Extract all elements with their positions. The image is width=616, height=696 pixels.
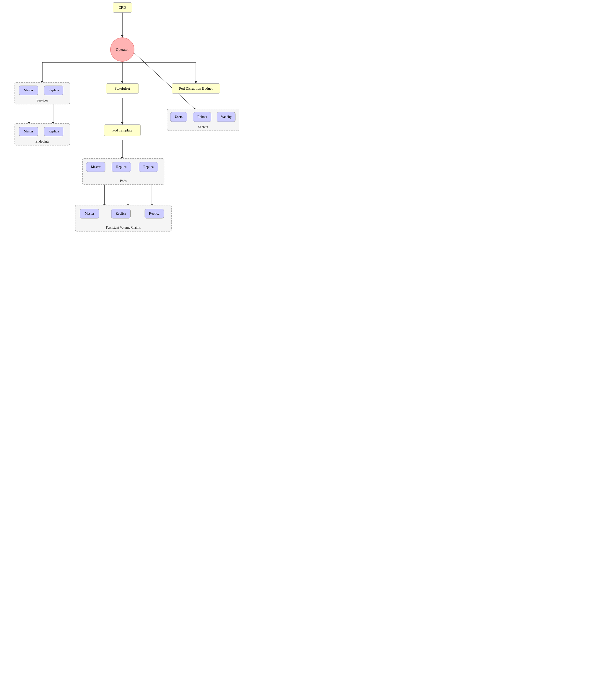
services-replica-node: Replica — [44, 85, 63, 95]
statefulset-label: Statefulset — [114, 86, 130, 91]
pods-master-label: Master — [91, 165, 101, 169]
endpoints-master-node: Master — [19, 127, 38, 136]
pods-master-node: Master — [86, 162, 105, 172]
endpoints-group-label: Endpoints — [15, 140, 70, 144]
secrets-robots-label: Robots — [197, 115, 207, 119]
pvc-replica2-label: Replica — [149, 212, 159, 216]
services-group-label: Services — [15, 99, 70, 102]
services-group: Master Replica Services — [15, 82, 70, 105]
statefulset-node: Statefulset — [106, 83, 139, 94]
secrets-standby-label: Standby — [220, 115, 232, 119]
pod-template-label: Pod Template — [112, 128, 132, 132]
endpoints-master-label: Master — [24, 129, 33, 133]
services-master-node: Master — [19, 85, 38, 95]
pods-replica2-label: Replica — [143, 165, 154, 169]
pvc-group: Master Replica Replica Persistent Volume… — [75, 205, 172, 232]
pods-group: Master Replica Replica Pods — [82, 158, 165, 185]
pods-group-label: Pods — [83, 179, 164, 183]
secrets-group-label: Secrets — [167, 125, 239, 129]
pod-disruption-budget-node: Pod Disruption Budget — [172, 83, 220, 94]
pvc-replica1-label: Replica — [116, 212, 126, 216]
pod-disruption-budget-label: Pod Disruption Budget — [179, 86, 213, 91]
secrets-standby-node: Standby — [217, 112, 235, 122]
pods-replica2-node: Replica — [139, 162, 158, 172]
secrets-users-label: Users — [175, 115, 183, 119]
operator-label: Operator — [116, 48, 128, 52]
operator-node: Operator — [110, 37, 135, 62]
pods-replica1-node: Replica — [112, 162, 131, 172]
pvc-group-label: Persistent Volume Claims — [75, 226, 171, 230]
pvc-replica1-node: Replica — [111, 209, 130, 219]
pod-template-node: Pod Template — [104, 125, 141, 136]
pvc-replica2-node: Replica — [144, 209, 164, 219]
secrets-robots-node: Robots — [193, 112, 211, 122]
secrets-users-node: Users — [170, 112, 187, 122]
pods-replica1-label: Replica — [116, 165, 127, 169]
endpoints-replica-node: Replica — [44, 127, 63, 136]
endpoints-group: Master Replica Endpoints — [15, 123, 70, 145]
services-master-label: Master — [24, 89, 33, 92]
services-replica-label: Replica — [49, 89, 59, 92]
diagram: CRD Operator Master Replica Services Mas… — [0, 0, 244, 275]
pvc-master-label: Master — [85, 212, 94, 216]
crd-label: CRD — [119, 5, 126, 10]
endpoints-replica-label: Replica — [49, 129, 59, 133]
crd-node: CRD — [113, 2, 132, 13]
svg-line-6 — [135, 53, 196, 110]
secrets-group: Users Robots Standby Secrets — [167, 109, 239, 131]
pvc-master-node: Master — [80, 209, 99, 219]
